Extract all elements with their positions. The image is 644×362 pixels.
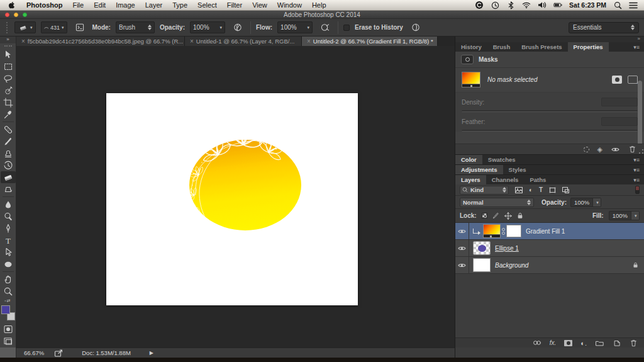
screen-mode-button[interactable]: [1, 335, 16, 347]
tab-brush[interactable]: Brush: [487, 42, 516, 52]
wifi-icon[interactable]: [522, 1, 531, 9]
resize-grip[interactable]: [639, 149, 643, 154]
menu-file[interactable]: File: [72, 1, 84, 9]
window-titlebar[interactable]: Adobe Photoshop CC 2014: [0, 11, 644, 19]
lock-paint-icon[interactable]: [492, 212, 499, 219]
battery-icon[interactable]: [553, 1, 562, 9]
close-tab-icon[interactable]: ×: [190, 38, 194, 45]
visibility-toggle[interactable]: [455, 257, 469, 273]
menu-window[interactable]: Window: [277, 1, 302, 9]
layer-opacity-dropdown[interactable]: 100% ▾: [570, 198, 601, 207]
tab-swatches[interactable]: Swatches: [482, 155, 521, 164]
minimize-window-button[interactable]: [14, 13, 18, 17]
scrollbar-thumb[interactable]: [638, 81, 642, 150]
add-mask-icon[interactable]: [564, 340, 572, 346]
disable-mask-eye-icon[interactable]: [611, 145, 619, 154]
quick-mask-button[interactable]: [1, 323, 16, 335]
move-tool[interactable]: [1, 48, 16, 60]
layer-row-gradient-fill[interactable]: Gradient Fill 1: [455, 223, 644, 240]
close-window-button[interactable]: [5, 13, 9, 17]
document-canvas[interactable]: [106, 93, 358, 305]
feather-value-box[interactable]: [601, 117, 638, 126]
volume-icon[interactable]: [538, 1, 547, 9]
menu-filter[interactable]: Filter: [227, 1, 242, 9]
gradient-layer-thumbnail[interactable]: [483, 224, 501, 238]
creative-cloud-icon[interactable]: [475, 1, 484, 9]
tab-history[interactable]: History: [455, 42, 487, 52]
close-tab-icon[interactable]: ×: [21, 38, 25, 45]
pasteboard[interactable]: [16, 46, 455, 348]
document-size-info[interactable]: Doc: 1.53M/1.88M: [82, 349, 131, 356]
zoom-level[interactable]: 66.67%: [24, 349, 44, 356]
swap-colors-icon[interactable]: ▫⇄: [4, 298, 11, 303]
zoom-tool[interactable]: [1, 285, 16, 297]
background-layer-thumbnail[interactable]: [473, 258, 491, 272]
menu-layer[interactable]: Layer: [145, 1, 163, 9]
dodge-tool[interactable]: [1, 210, 16, 222]
tab-styles[interactable]: Styles: [503, 165, 532, 174]
foreground-color-swatch[interactable]: [1, 305, 10, 314]
delete-layer-trash-icon[interactable]: [629, 339, 638, 348]
tools-collapse-button[interactable]: »: [0, 37, 16, 43]
crop-tool[interactable]: [1, 96, 16, 108]
document-tab-3-active[interactable]: × Untitled-2 @ 66.7% (Gradient Fill 1, R…: [302, 37, 438, 46]
lock-transparency-icon[interactable]: [482, 213, 487, 218]
blur-tool[interactable]: [1, 198, 16, 210]
filter-adjustment-layers-icon[interactable]: ◐: [529, 186, 533, 193]
menubar-clock[interactable]: Sat 6:23 PM: [569, 1, 606, 9]
brush-tool[interactable]: [1, 135, 16, 147]
lock-position-icon[interactable]: [504, 212, 512, 220]
tab-layers[interactable]: Layers: [455, 175, 486, 184]
link-mask-icon[interactable]: [502, 228, 505, 235]
pen-tool[interactable]: [1, 222, 16, 234]
filter-pixel-layers-icon[interactable]: [515, 187, 523, 193]
dock-collapse-button[interactable]: »: [455, 37, 644, 42]
tablet-pressure-opacity-button[interactable]: [230, 21, 245, 33]
menu-photoshop[interactable]: Photoshop: [26, 1, 62, 9]
panel-menu-icon[interactable]: ▾≡: [633, 42, 644, 52]
tab-channels[interactable]: Channels: [486, 175, 525, 184]
layer-style-fx-icon[interactable]: fx.: [550, 339, 557, 346]
layer-row-ellipse[interactable]: Ellipse 1: [455, 240, 644, 257]
layer-name[interactable]: Gradient Fill 1: [526, 228, 565, 235]
airbrush-button[interactable]: [318, 21, 333, 33]
panel-menu-icon[interactable]: ▾≡: [633, 175, 644, 184]
layer-name[interactable]: Background: [495, 262, 528, 269]
load-selection-from-mask-icon[interactable]: [584, 147, 589, 152]
filter-type-layers-icon[interactable]: T: [539, 186, 543, 193]
tab-color[interactable]: Color: [455, 155, 482, 164]
opacity-dropdown[interactable]: 100% ▾: [190, 21, 225, 33]
eraser-tool-selected[interactable]: [1, 171, 16, 183]
panel-menu-icon[interactable]: ▾≡: [633, 155, 644, 164]
menu-view[interactable]: View: [252, 1, 267, 9]
document-tab-2[interactable]: × Untitled-1 @ 66.7% (Layer 4, RGB/...: [185, 37, 302, 46]
spot-healing-brush-tool[interactable]: [1, 123, 16, 135]
eraser-tool-preset[interactable]: ▾: [14, 21, 36, 33]
marquee-tool[interactable]: [1, 60, 16, 72]
layer-fill-dropdown[interactable]: 100% ▾: [609, 211, 640, 220]
new-layer-icon[interactable]: [612, 339, 621, 348]
status-options-arrow[interactable]: ▶: [150, 350, 153, 356]
history-brush-tool[interactable]: [1, 159, 16, 171]
clock-icon[interactable]: [491, 1, 499, 9]
quick-selection-tool[interactable]: [1, 84, 16, 96]
apple-icon[interactable]: [8, 1, 16, 9]
toggle-brush-panel-button[interactable]: [72, 21, 87, 33]
panel-menu-icon[interactable]: ▾≡: [633, 165, 644, 174]
bluetooth-icon[interactable]: [506, 1, 515, 9]
gradient-tool[interactable]: [1, 183, 16, 195]
add-vector-mask-button[interactable]: [628, 76, 638, 84]
new-adjustment-layer-icon[interactable]: ◐.: [580, 340, 587, 346]
flow-dropdown[interactable]: 100% ▾: [277, 21, 313, 33]
density-value-box[interactable]: [601, 98, 638, 106]
close-tab-icon[interactable]: ×: [307, 38, 311, 45]
ellipse-tool[interactable]: [1, 258, 16, 270]
delete-mask-trash-icon[interactable]: [628, 145, 636, 154]
layer-mask-thumbnail[interactable]: [506, 225, 521, 237]
menu-edit[interactable]: Edit: [94, 1, 106, 9]
hand-tool[interactable]: [1, 273, 16, 285]
brush-preset-picker[interactable]: 431 ▾: [41, 21, 67, 33]
tab-paths[interactable]: Paths: [524, 175, 552, 184]
notification-center-icon[interactable]: [629, 1, 638, 9]
tablet-pressure-size-button[interactable]: [408, 21, 423, 33]
